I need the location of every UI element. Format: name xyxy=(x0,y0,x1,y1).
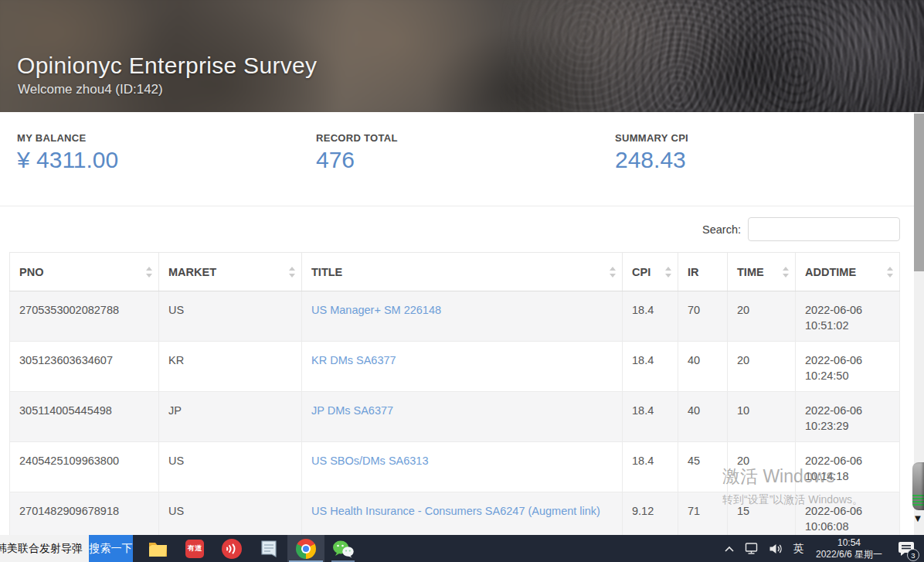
column-label: TIME xyxy=(737,266,764,278)
action-center-icon[interactable]: 3 xyxy=(890,535,922,562)
table-row: 2705353002082788USUS Manager+ SM 2261481… xyxy=(10,291,900,342)
search-label: Search: xyxy=(702,223,741,236)
cell-title: US SBOs/DMs SA6313 xyxy=(302,442,623,492)
clock-time: 10:54 xyxy=(816,537,882,549)
addtime-line: 2022-06-06 xyxy=(805,503,892,519)
folder-icon xyxy=(148,540,168,557)
column-header-time[interactable]: TIME xyxy=(728,253,796,291)
column-header-addtime[interactable]: ADDTIME xyxy=(796,253,900,291)
table-body: 2705353002082788USUS Manager+ SM 2261481… xyxy=(10,291,900,543)
addtime-line: 10:23:29 xyxy=(805,418,892,434)
tray-chevron-up-icon[interactable] xyxy=(719,535,739,562)
file-explorer-icon[interactable] xyxy=(139,535,176,562)
youdao-dict-icon[interactable]: 有道 xyxy=(176,535,213,562)
youdao-glyph: 有道 xyxy=(185,540,204,558)
system-tray: 英 10:54 2022/6/6 星期一 3 xyxy=(719,535,924,562)
table-row: 2405425109963800USUS SBOs/DMs SA631318.4… xyxy=(10,442,900,492)
input-language-indicator[interactable]: 英 xyxy=(788,535,808,562)
notepad-paper-icon xyxy=(260,540,277,558)
addtime-line: 10:06:08 xyxy=(805,519,892,534)
hero-rock-texture xyxy=(499,0,924,112)
stat-value: ¥ 4311.00 xyxy=(17,147,299,173)
cell-ir: 40 xyxy=(678,342,728,392)
table-controls: Search: xyxy=(0,217,924,241)
cell-pno: 305114005445498 xyxy=(10,392,159,442)
table-row: 305123603634607KRKR DMs SA637718.4402020… xyxy=(10,342,900,392)
stat-label: SUMMARY CPI xyxy=(615,132,897,144)
cell-market: US xyxy=(159,442,302,492)
welcome-text: Welcome zhou4 (ID:142) xyxy=(18,82,163,97)
clock-date: 2022/6/6 星期一 xyxy=(816,549,882,560)
sort-both-icon[interactable] xyxy=(289,267,296,278)
sort-both-icon[interactable] xyxy=(610,267,617,278)
column-header-market[interactable]: MARKET xyxy=(159,253,302,291)
cell-cpi: 18.4 xyxy=(623,442,678,492)
cell-time: 20 xyxy=(728,442,796,492)
cell-market: JP xyxy=(159,392,302,442)
wechat-icon[interactable] xyxy=(324,535,362,562)
survey-title-link[interactable]: US Manager+ SM 226148 xyxy=(311,304,441,316)
cell-cpi: 18.4 xyxy=(623,392,678,442)
column-header-cpi[interactable]: CPI xyxy=(623,253,678,291)
cell-pno: 305123603634607 xyxy=(10,342,159,392)
survey-title-link[interactable]: KR DMs SA6377 xyxy=(311,354,396,366)
survey-page: Opinionyc Enterprise Survey Welcome zhou… xyxy=(0,0,924,543)
sort-both-icon[interactable] xyxy=(783,267,790,278)
cell-addtime: 2022-06-0610:51:02 xyxy=(796,291,900,342)
cell-addtime: 2022-06-0610:24:50 xyxy=(796,342,900,392)
cell-title: KR DMs SA6377 xyxy=(302,342,623,392)
taskbar-search-button[interactable]: 搜索一下 xyxy=(89,535,133,562)
taskbar: 韩美联合发射导弹 搜索一下 有道 xyxy=(0,535,924,562)
stat-record-total: RECORD TOTAL 476 xyxy=(299,132,598,173)
scrollbar-thumb[interactable] xyxy=(914,114,924,271)
column-label: PNO xyxy=(19,266,43,278)
survey-title-link[interactable]: US SBOs/DMs SA6313 xyxy=(311,455,429,467)
notepad-icon[interactable] xyxy=(250,535,287,562)
chrome-icon[interactable] xyxy=(287,535,324,562)
stats-row: MY BALANCE ¥ 4311.00 RECORD TOTAL 476 SU… xyxy=(0,112,924,206)
column-label: CPI xyxy=(632,266,651,278)
hero-banner: Opinionyc Enterprise Survey Welcome zhou… xyxy=(0,0,924,112)
addtime-line: 2022-06-06 xyxy=(805,353,892,368)
download-widget-pill[interactable] xyxy=(912,462,924,510)
column-header-pno[interactable]: PNO xyxy=(10,253,159,291)
cell-ir: 70 xyxy=(678,291,728,342)
column-header-title[interactable]: TITLE xyxy=(302,253,623,291)
cell-addtime: 2022-06-0610:14:18 xyxy=(796,442,900,492)
cell-ir: 40 xyxy=(678,392,728,442)
cell-pno: 2705353002082788 xyxy=(10,291,159,342)
speaker-icon[interactable] xyxy=(764,535,788,562)
taskbar-clock[interactable]: 10:54 2022/6/6 星期一 xyxy=(808,537,890,560)
column-label: IR xyxy=(688,266,699,278)
addtime-line: 2022-06-06 xyxy=(805,302,892,318)
search-input[interactable] xyxy=(748,217,900,241)
cell-title: JP DMs SA6377 xyxy=(302,392,623,442)
column-label: MARKET xyxy=(168,266,216,278)
download-arrow-icon[interactable]: ▼ xyxy=(912,515,924,523)
floating-download-widget[interactable]: ▼ xyxy=(912,462,924,523)
cell-market: US xyxy=(159,291,302,342)
cell-time: 20 xyxy=(728,342,796,392)
sort-both-icon[interactable] xyxy=(146,267,153,278)
taskbar-search-box[interactable]: 韩美联合发射导弹 xyxy=(0,535,89,562)
cell-cpi: 18.4 xyxy=(623,342,678,392)
stat-summary-cpi: SUMMARY CPI 248.43 xyxy=(598,132,897,173)
cell-addtime: 2022-06-0610:23:29 xyxy=(796,392,900,442)
cell-time: 10 xyxy=(728,392,796,442)
cell-market: KR xyxy=(159,342,302,392)
table-header-row: PNOMARKETTITLECPIIRTIMEADDTIME xyxy=(10,253,900,291)
sort-both-icon[interactable] xyxy=(665,267,672,278)
survey-title-link[interactable]: JP DMs SA6377 xyxy=(311,404,393,417)
addtime-line: 2022-06-06 xyxy=(805,403,892,418)
stat-label: MY BALANCE xyxy=(17,132,299,144)
chrome-logo xyxy=(296,539,316,559)
survey-title-link[interactable]: US Health Insurance - Consumers SA6247 (… xyxy=(311,505,600,517)
taskbar-search-text: 韩美联合发射导弹 xyxy=(0,542,83,556)
sort-both-icon[interactable] xyxy=(887,267,894,278)
cell-time: 20 xyxy=(728,291,796,342)
red-audio-app-icon[interactable] xyxy=(213,535,250,562)
stat-value: 248.43 xyxy=(615,147,897,173)
network-icon[interactable] xyxy=(739,535,764,562)
taskbar-app-icons: 有道 xyxy=(139,535,362,562)
page-title: Opinionyc Enterprise Survey xyxy=(17,53,317,79)
